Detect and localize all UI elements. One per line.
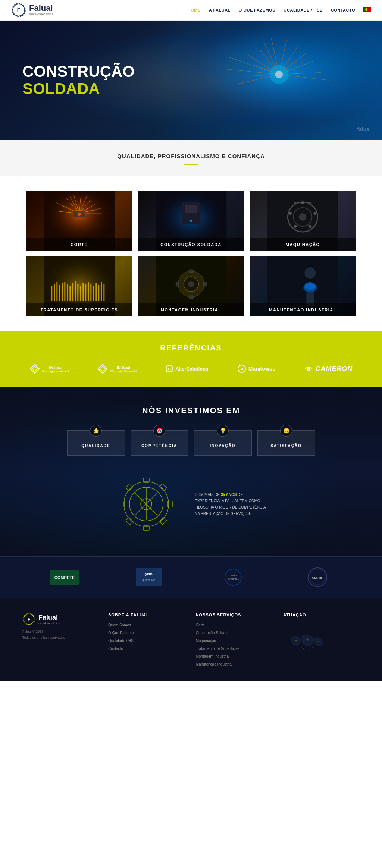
footer-col-servicos-title: NOSSOS SERVIÇOS [196, 613, 272, 617]
qualidade-icon: ⭐ [90, 425, 102, 437]
logo-name: Falual [29, 3, 53, 13]
footer-link-qualidade[interactable]: Qualidade / HSE [108, 638, 185, 644]
cert-certif: CERTIF [303, 568, 332, 586]
invest-lower: COM MAIS DE 35 ANOS DE EXPERIÊNCIA, A FA… [22, 471, 360, 538]
svg-text:Ak: Ak [167, 368, 172, 371]
svg-rect-75 [93, 286, 94, 301]
ref-aker-name: AkerSolutions [175, 366, 208, 372]
cert-qren: QREN Quadro Ref. [134, 568, 164, 586]
footer-rights: Todos os direitos reservados [22, 635, 97, 641]
service-card-soldada[interactable]: CONSTRUÇÃO SOLDADA [138, 191, 244, 251]
invest-desc-text: COM MAIS DE 35 ANOS DE EXPERIÊNCIA, A FA… [195, 491, 269, 517]
invest-section: NÓS INVESTIMOS EM ⭐ QUALIDADE 🎯 COMPETÊN… [0, 387, 382, 556]
svg-point-143 [303, 642, 304, 643]
footer-link-construcao[interactable]: Construção Soldada [196, 630, 272, 636]
footer-brand-name: Falual [38, 614, 60, 622]
cameron-icon [304, 365, 313, 372]
svg-point-50 [301, 201, 304, 204]
cert-compete-logo: COMPETE [50, 568, 79, 586]
footer: F Falual metalomecânica Falual © 2015 To… [0, 598, 382, 681]
certifications-section: COMPETE QREN Quadro Ref. UNIÃO EUROPEIA [0, 556, 382, 598]
competencia-icon: 🎯 [153, 425, 165, 437]
service-card-tratamento[interactable]: TRATAMENTO DE SUPERFÍCIES [26, 256, 132, 316]
svg-rect-62 [59, 285, 60, 301]
footer-link-montagem[interactable]: Montagem Industrial [196, 654, 272, 659]
svg-rect-77 [98, 285, 99, 301]
svg-point-89 [305, 267, 316, 279]
svg-point-49 [299, 213, 307, 221]
nav-services[interactable]: O QUE FAZEMOS [239, 8, 275, 12]
svg-marker-93 [30, 364, 39, 373]
hero-content: CONSTRUÇÃO SOLDADA [22, 63, 135, 97]
service-label-maquinacao: MAQUINAÇÃO [286, 242, 320, 247]
svg-point-54 [289, 212, 292, 215]
svg-rect-79 [103, 284, 104, 301]
svg-point-91 [305, 282, 316, 290]
services-section: CORTE CONSTRUÇÃO [0, 176, 382, 331]
in-seal-icon [97, 364, 108, 374]
footer-logo[interactable]: F Falual metalomecânica [22, 613, 97, 626]
svg-text:M: M [240, 367, 243, 371]
ref-logo-inlda: IN Lda Siderurgia Nacional II [29, 364, 69, 374]
footer-col-sobre: SOBRE A FALUAL Quem Somos O Que Fazemos … [108, 613, 185, 670]
footer-col-sobre-title: SOBRE A FALUAL [108, 613, 185, 617]
invest-title: NÓS INVESTIMOS EM [22, 406, 360, 415]
svg-rect-66 [69, 286, 71, 301]
logo-icon: F [11, 3, 26, 18]
nav-contact[interactable]: CONTACTO [331, 8, 355, 12]
svg-rect-119 [136, 568, 162, 586]
ref-logo-aker: Ak AkerSolutions [166, 365, 208, 372]
hero-title-line1: CONSTRUÇÃO [22, 63, 135, 80]
footer-col-servicos: NOSSOS SERVIÇOS Corte Construção Soldada… [196, 613, 272, 670]
footer-link-corte[interactable]: Corte [196, 623, 272, 628]
tagline-divider [184, 164, 198, 165]
footer-link-o-que-fazemos[interactable]: O Que Fazemos [108, 630, 185, 636]
footer-logo-icon: F [22, 613, 35, 626]
service-card-corte[interactable]: CORTE [26, 191, 132, 251]
svg-rect-64 [64, 282, 65, 301]
service-card-manutencao[interactable]: MANUTENÇÃO INDUSTRIAL [250, 256, 356, 316]
ref-manitowoc-name: Manitowoc [248, 366, 275, 372]
footer-col-atuacao: ATUAÇÃO [283, 613, 360, 670]
svg-rect-73 [88, 282, 89, 301]
satisfacao-icon: 😊 [280, 425, 292, 437]
aker-icon: Ak [166, 365, 173, 372]
invest-cards: ⭐ QUALIDADE 🎯 COMPETÊNCIA 💡 INOVAÇÃO 😊 S… [22, 430, 360, 456]
svg-point-45 [190, 220, 192, 222]
svg-text:Quadro Ref.: Quadro Ref. [142, 579, 156, 582]
cert-eu: UNIÃO EUROPEIA [218, 568, 248, 586]
logo[interactable]: F Falual metalomecânica [11, 3, 54, 18]
invest-years: 35 ANOS [221, 493, 237, 497]
footer-link-quem-somos[interactable]: Quem Somos [108, 623, 185, 628]
svg-rect-63 [62, 283, 63, 301]
references-logos: IN Lda Siderurgia Nacional II IN Seal Si… [19, 364, 363, 374]
svg-rect-67 [72, 283, 73, 301]
svg-rect-61 [56, 282, 57, 301]
footer-link-maquinacao[interactable]: Maquinação [196, 638, 272, 644]
service-card-maquinacao[interactable]: MAQUINAÇÃO [250, 191, 356, 251]
footer-link-contacto[interactable]: Contacto [108, 646, 185, 651]
invest-prefix: COM MAIS DE [195, 493, 221, 497]
language-flag[interactable] [363, 7, 371, 13]
svg-point-83 [188, 281, 194, 287]
footer-link-manutencao[interactable]: Manutenção Industrial [196, 662, 272, 667]
cert-qren-logo: QREN Quadro Ref. [134, 568, 164, 586]
svg-point-52 [309, 225, 312, 228]
header: F Falual metalomecânica HOME A FALUAL O … [0, 0, 382, 21]
svg-text:F: F [17, 7, 21, 13]
nav-quality[interactable]: QUALIDADE / HSE [284, 8, 323, 12]
footer-col-atuacao-title: ATUAÇÃO [283, 613, 360, 617]
nav-about[interactable]: A FALUAL [209, 8, 231, 12]
ref-inseal-name: IN Seal [110, 365, 137, 370]
ref-inlda-name: IN Lda [42, 365, 69, 370]
ref-logo-inseal: IN Seal Siderurgia Nacional II [97, 364, 137, 374]
svg-text:EUROPEIA: EUROPEIA [227, 578, 239, 580]
service-card-montagem[interactable]: MONTAGEM INDUSTRIAL [138, 256, 244, 316]
ref-logo-manitowoc: M Manitowoc [237, 364, 275, 373]
svg-point-140 [295, 640, 297, 641]
hero-title-line2: SOLDADA [22, 80, 135, 97]
nav-home[interactable]: HOME [188, 8, 201, 12]
svg-text:F: F [28, 617, 30, 622]
footer-link-tratamento[interactable]: Tratamento de Superfícies [196, 646, 272, 651]
svg-point-139 [301, 647, 303, 648]
